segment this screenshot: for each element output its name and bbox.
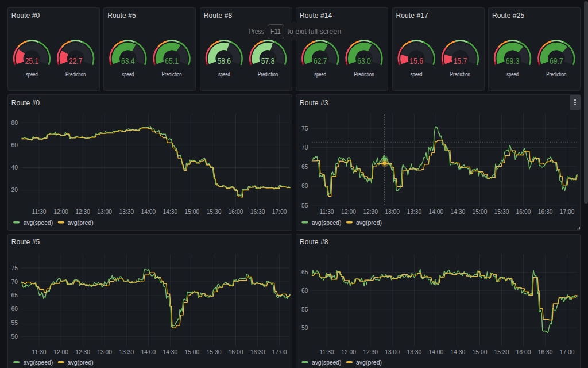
svg-text:13:00: 13:00: [385, 209, 400, 215]
svg-text:avg(speed): avg(speed): [312, 219, 342, 226]
svg-text:avg(pred): avg(pred): [356, 219, 382, 226]
svg-text:12:00: 12:00: [53, 209, 68, 215]
svg-text:13:30: 13:30: [407, 349, 421, 355]
svg-text:17:00: 17:00: [272, 349, 287, 355]
svg-text:20: 20: [11, 187, 18, 193]
svg-text:15:00: 15:00: [473, 349, 488, 355]
svg-text:12:30: 12:30: [363, 209, 378, 215]
svg-text:speed: speed: [218, 71, 230, 78]
svg-text:75: 75: [11, 265, 18, 271]
svg-text:12:30: 12:30: [75, 209, 90, 215]
svg-text:speed: speed: [506, 71, 519, 78]
svg-text:40: 40: [11, 164, 18, 171]
svg-text:14:30: 14:30: [163, 209, 178, 215]
svg-text:14:30: 14:30: [163, 349, 178, 355]
svg-text:16:30: 16:30: [250, 209, 265, 215]
svg-text:60: 60: [301, 288, 308, 294]
svg-text:12:00: 12:00: [53, 349, 68, 355]
svg-text:15:00: 15:00: [185, 349, 200, 355]
svg-text:11:30: 11:30: [32, 349, 47, 355]
svg-text:22.7: 22.7: [69, 56, 83, 66]
svg-text:58.6: 58.6: [218, 56, 231, 66]
svg-text:11:30: 11:30: [320, 349, 334, 355]
svg-text:16:30: 16:30: [538, 349, 553, 355]
svg-text:15:00: 15:00: [185, 209, 200, 215]
svg-text:13:00: 13:00: [385, 349, 400, 355]
svg-text:16:30: 16:30: [538, 209, 553, 215]
svg-text:16:00: 16:00: [229, 209, 243, 215]
svg-text:14:00: 14:00: [429, 209, 444, 215]
svg-text:25.1: 25.1: [25, 56, 39, 66]
svg-text:60: 60: [11, 306, 18, 312]
svg-text:16:30: 16:30: [250, 349, 265, 355]
svg-text:speed: speed: [26, 71, 38, 78]
svg-text:15:30: 15:30: [207, 209, 222, 215]
svg-text:13:00: 13:00: [97, 349, 112, 355]
svg-text:75: 75: [301, 125, 308, 132]
svg-text:17:00: 17:00: [272, 209, 287, 215]
svg-text:65.1: 65.1: [165, 56, 179, 66]
svg-text:60: 60: [11, 142, 18, 148]
svg-text:16:00: 16:00: [516, 209, 531, 215]
svg-text:to exit full screen: to exit full screen: [287, 28, 341, 36]
svg-text:Prediction: Prediction: [258, 71, 278, 78]
svg-text:15.6: 15.6: [409, 56, 423, 66]
svg-text:15:30: 15:30: [207, 349, 222, 355]
svg-text:12:00: 12:00: [341, 349, 356, 355]
svg-text:60: 60: [301, 183, 308, 189]
svg-text:15:30: 15:30: [494, 209, 509, 215]
svg-text:11:30: 11:30: [32, 209, 47, 215]
svg-text:Prediction: Prediction: [546, 71, 566, 78]
svg-text:69.7: 69.7: [550, 56, 563, 66]
svg-text:avg(speed): avg(speed): [24, 219, 53, 226]
svg-text:69.3: 69.3: [506, 56, 520, 66]
svg-text:17:00: 17:00: [560, 349, 575, 355]
svg-text:avg(pred): avg(pred): [68, 359, 94, 366]
svg-text:70: 70: [11, 279, 18, 285]
svg-text:17:00: 17:00: [560, 209, 575, 215]
svg-text:55: 55: [301, 306, 308, 313]
svg-text:14:00: 14:00: [141, 209, 156, 215]
svg-text:13:30: 13:30: [407, 209, 421, 215]
svg-text:15:00: 15:00: [473, 209, 488, 215]
svg-text:50: 50: [11, 334, 18, 340]
svg-text:14:00: 14:00: [429, 349, 444, 355]
svg-text:15:30: 15:30: [494, 349, 509, 355]
svg-text:13:00: 13:00: [97, 209, 112, 215]
svg-text:avg(pred): avg(pred): [356, 359, 382, 366]
svg-text:11:30: 11:30: [320, 209, 334, 215]
svg-text:speed: speed: [411, 71, 423, 78]
svg-text:55: 55: [11, 320, 18, 326]
svg-text:65: 65: [11, 292, 18, 298]
svg-text:Prediction: Prediction: [354, 71, 374, 78]
svg-text:avg(speed): avg(speed): [312, 359, 342, 366]
svg-text:12:30: 12:30: [75, 349, 90, 355]
svg-text:65: 65: [301, 269, 308, 275]
svg-text:12:00: 12:00: [341, 209, 356, 215]
svg-text:speed: speed: [314, 71, 326, 78]
svg-text:F11: F11: [270, 28, 281, 36]
svg-text:12:30: 12:30: [363, 349, 378, 355]
svg-text:62.7: 62.7: [314, 56, 327, 66]
svg-text:speed: speed: [122, 71, 134, 78]
svg-text:70: 70: [301, 144, 308, 151]
svg-text:Prediction: Prediction: [162, 71, 182, 78]
svg-text:80: 80: [11, 120, 18, 126]
svg-text:15.7: 15.7: [454, 56, 467, 66]
svg-text:57.8: 57.8: [261, 56, 275, 66]
svg-text:avg(speed): avg(speed): [24, 359, 53, 366]
svg-text:Press: Press: [249, 28, 264, 36]
svg-text:50: 50: [301, 325, 308, 331]
svg-text:13:30: 13:30: [119, 349, 134, 355]
svg-text:Prediction: Prediction: [65, 71, 86, 78]
svg-text:avg(pred): avg(pred): [68, 219, 94, 226]
svg-text:13:30: 13:30: [119, 209, 134, 215]
svg-text:14:30: 14:30: [451, 209, 466, 215]
svg-text:16:00: 16:00: [229, 349, 243, 355]
svg-text:14:30: 14:30: [451, 349, 466, 355]
svg-text:65: 65: [301, 164, 308, 170]
svg-text:Prediction: Prediction: [450, 71, 470, 78]
svg-text:14:00: 14:00: [141, 349, 156, 355]
svg-text:63.0: 63.0: [357, 56, 371, 66]
svg-text:55: 55: [301, 202, 308, 209]
